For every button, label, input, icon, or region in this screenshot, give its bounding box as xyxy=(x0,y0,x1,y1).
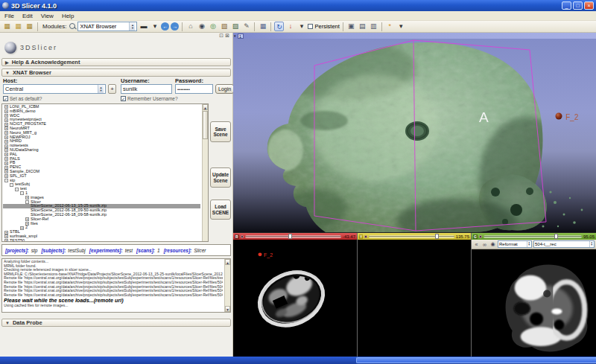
link-views-icon[interactable]: ∞ xyxy=(481,242,488,247)
log-scrollbar[interactable]: ▲ ▼ xyxy=(224,259,230,312)
expand-icon[interactable]: + xyxy=(4,162,8,165)
mouse-mode-caret-icon[interactable]: ▾ xyxy=(297,22,306,31)
set-default-toggle[interactable]: ✓ Set as default? xyxy=(3,96,42,101)
yellow-slice-canvas[interactable] xyxy=(358,240,471,357)
red-slice-controller[interactable]: R -43.47 xyxy=(233,233,357,240)
password-field[interactable]: •••••••• xyxy=(175,84,213,94)
panel-undock-icon[interactable]: ⊡ xyxy=(219,33,224,39)
fiducial-caret-icon[interactable]: ▾ xyxy=(396,22,406,31)
pin-icon[interactable] xyxy=(364,235,367,238)
capture-screenshot-icon[interactable]: ▣ xyxy=(346,22,356,31)
expand-icon[interactable]: + xyxy=(4,234,8,238)
module-selector-spin[interactable]: ▲▼ xyxy=(129,22,135,31)
host-selector[interactable]: Central ▲▼ xyxy=(3,84,106,94)
red-slice-canvas[interactable]: F_2 xyxy=(233,240,357,357)
expand-icon[interactable]: + xyxy=(4,153,8,156)
window-titlebar[interactable]: 3D Slicer 4.1.0 _ □ × xyxy=(0,0,596,11)
save-scene-icon[interactable]: ▦ xyxy=(13,22,23,31)
green-slice-controller[interactable]: G 95.05 xyxy=(472,233,596,240)
expand-icon[interactable]: + xyxy=(4,114,8,118)
expand-icon[interactable]: + xyxy=(25,217,29,221)
red-slice-view[interactable]: R -43.47 xyxy=(233,233,357,357)
expand-icon[interactable]: + xyxy=(4,166,8,170)
expand-icon[interactable]: + xyxy=(20,226,24,230)
fiducial-marker-3d[interactable]: F_2 xyxy=(556,113,579,122)
home-icon[interactable]: ⌂ xyxy=(186,22,195,31)
load-scene-icon[interactable]: ▦ xyxy=(2,22,12,31)
red-slice-slider[interactable] xyxy=(245,235,341,238)
package-icon[interactable]: ▧ xyxy=(219,22,229,31)
expand-icon[interactable]: + xyxy=(4,135,8,139)
update-scene-button[interactable]: Update Scene xyxy=(210,167,231,188)
expand-icon[interactable]: + xyxy=(4,170,8,173)
layout-icon[interactable]: ▦ xyxy=(258,22,267,31)
green-slice-view[interactable]: G 95.05 « ∞ ◉ Reformat ▲▼ xyxy=(472,233,596,357)
yellow-slice-controller[interactable]: Y 135.75 xyxy=(358,233,471,240)
xnat-browser-section[interactable]: ▼ XNAT Browser xyxy=(1,68,231,77)
collapse-icon[interactable]: - xyxy=(25,200,29,204)
panel-hide-icon[interactable]: ⊠ xyxy=(225,33,229,39)
expand-icon[interactable]: + xyxy=(4,131,8,135)
expand-icon[interactable]: + xyxy=(25,196,29,199)
slider-handle[interactable] xyxy=(288,234,292,239)
scroll-down-icon[interactable]: ▼ xyxy=(225,306,230,312)
collapse-controller-button[interactable]: « xyxy=(473,242,480,247)
scrollbar-thumb[interactable] xyxy=(203,111,208,139)
windows-taskbar[interactable] xyxy=(0,357,596,364)
slider-handle[interactable] xyxy=(435,234,439,239)
sceneview-add-icon[interactable]: ▤ xyxy=(358,22,367,31)
expand-icon[interactable]: + xyxy=(4,140,8,144)
set-default-checkbox[interactable]: ✓ xyxy=(3,96,8,101)
history-caret-icon[interactable]: ▾ xyxy=(150,22,159,31)
expand-icon[interactable]: + xyxy=(4,174,8,178)
collapse-icon[interactable]: - xyxy=(20,191,24,195)
remember-username-checkbox[interactable]: ✓ xyxy=(121,96,126,101)
tree-item[interactable]: +TEST50 xyxy=(3,239,200,242)
extensions-icon[interactable]: ◎ xyxy=(208,22,218,31)
sceneview-restore-icon[interactable]: ▥ xyxy=(369,22,378,31)
slider-handle[interactable] xyxy=(554,234,558,239)
scroll-up-icon[interactable]: ▲ xyxy=(225,259,230,265)
slice-visibility-icon[interactable]: ◉ xyxy=(489,241,496,247)
expand-icon[interactable]: + xyxy=(4,239,8,242)
screenshot-icon[interactable]: ▨ xyxy=(230,22,240,31)
web-icon[interactable]: ◉ xyxy=(197,22,206,31)
pin-icon[interactable] xyxy=(479,235,482,238)
save-scene-button[interactable]: Save Scene xyxy=(210,121,231,142)
add-host-button[interactable]: + xyxy=(108,84,116,94)
help-acknowledgement-section[interactable]: ▶ Help & Acknowledgement xyxy=(1,58,231,66)
tree-scrollbar[interactable]: ▲ xyxy=(202,104,208,241)
persistent-checkbox[interactable] xyxy=(308,24,313,29)
menu-view[interactable]: View xyxy=(41,13,54,19)
module-history-icon[interactable]: ▬ xyxy=(139,22,148,31)
green-slice-slider[interactable] xyxy=(484,235,582,238)
collapse-icon[interactable]: - xyxy=(4,179,8,182)
persistent-toggle[interactable]: Persistent xyxy=(308,23,339,30)
expand-icon[interactable]: + xyxy=(4,105,8,109)
expand-icon[interactable]: + xyxy=(4,148,8,152)
minimize-button[interactable]: _ xyxy=(562,1,571,10)
module-selector[interactable]: XNAT Browser ▲▼ xyxy=(77,22,137,31)
yellow-slice-slider[interactable] xyxy=(369,235,454,238)
scroll-up-icon[interactable]: ▲ xyxy=(203,104,208,110)
active-task-button[interactable] xyxy=(356,357,596,363)
login-button[interactable]: Login xyxy=(215,84,234,94)
crosshair-icon[interactable]: ↻ xyxy=(274,22,284,31)
expand-icon[interactable]: + xyxy=(4,157,8,161)
collapse-icon[interactable]: - xyxy=(15,188,19,191)
module-forward-icon[interactable]: → xyxy=(171,22,179,31)
maximize-button[interactable]: □ xyxy=(573,1,583,10)
volume-spin[interactable]: ▲▼ xyxy=(589,241,593,247)
menu-help[interactable]: Help xyxy=(62,13,74,19)
load-data-icon[interactable]: ▦ xyxy=(25,22,34,31)
username-field[interactable]: sunilk xyxy=(121,84,172,94)
collapse-arrow-icon[interactable]: ▾ xyxy=(234,33,236,39)
fiducial-star-icon[interactable]: * xyxy=(385,22,395,31)
expand-icon[interactable]: + xyxy=(4,123,8,127)
volume-selector[interactable]: 504-t__rec ▲▼ xyxy=(533,240,595,248)
expand-icon[interactable]: + xyxy=(4,118,8,122)
expand-icon[interactable]: + xyxy=(4,127,8,130)
close-button[interactable]: × xyxy=(584,1,594,10)
yellow-slice-view[interactable]: Y 135.75 xyxy=(357,233,472,357)
expand-icon[interactable]: + xyxy=(4,231,8,234)
